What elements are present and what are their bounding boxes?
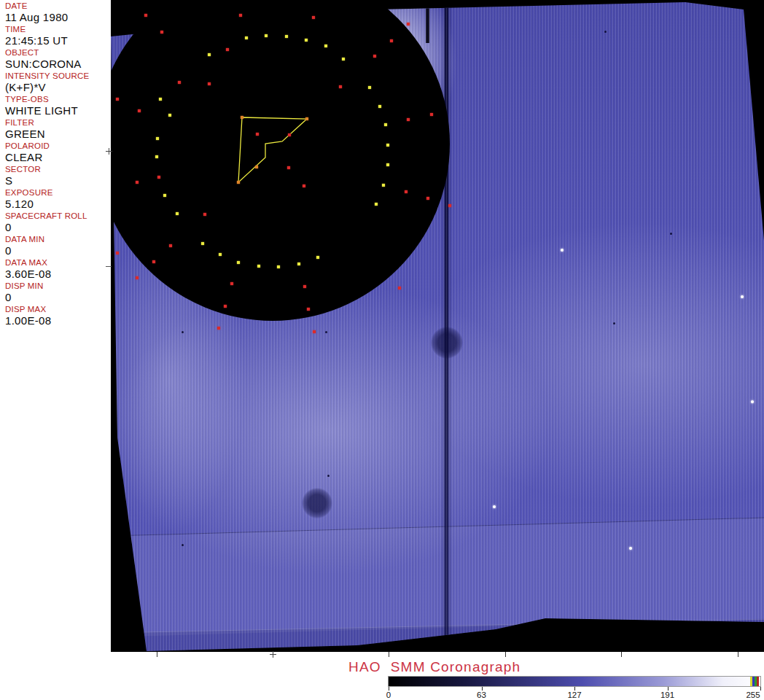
colorbar-tick-label: 0 <box>386 691 391 699</box>
metadata-field: POLAROIDCLEAR <box>0 141 111 165</box>
metadata-label: OBJECT <box>5 48 111 58</box>
bright-speck <box>493 505 496 508</box>
fiducial-dot <box>407 23 410 26</box>
fiducial-dot <box>136 181 139 184</box>
plus-marker <box>341 319 348 325</box>
metadata-field: DISP MIN0 <box>0 281 111 305</box>
plus-marker <box>440 76 447 82</box>
fiducial-dot <box>203 213 206 216</box>
fiducial-dot <box>386 163 389 166</box>
fiducial-dot <box>157 176 160 179</box>
fiducial-dot <box>297 262 300 265</box>
fiducial-dot <box>305 39 308 42</box>
metadata-value: S <box>5 174 111 187</box>
frame-tick <box>270 651 276 658</box>
fiducial-dot <box>178 81 181 84</box>
fiducial-dot <box>230 282 233 285</box>
fiducial-dot <box>277 265 280 268</box>
dark-speck <box>325 331 327 333</box>
frame-tick <box>621 652 622 657</box>
fiducial-dot <box>390 39 393 42</box>
metadata-label: TIME <box>5 25 111 34</box>
dark-speck <box>613 322 615 324</box>
fiducial-dot <box>168 114 171 117</box>
bright-speck <box>751 400 754 403</box>
polygon-vertex-dot <box>255 166 258 168</box>
fiducial-dot <box>224 305 227 308</box>
metadata-field: SPACECRAFT ROLL0 <box>0 211 111 235</box>
metadata-value: 0 <box>5 244 111 257</box>
metadata-field: EXPOSURE5.120 <box>0 188 111 211</box>
fiducial-dot <box>339 85 342 88</box>
fiducial-dot <box>136 276 139 279</box>
frame-tick <box>738 652 738 657</box>
fiducial-dot <box>342 58 345 61</box>
metadata-label: TYPE-OBS <box>5 95 111 104</box>
fiducial-dot <box>303 285 306 288</box>
metadata-value: 3.60E-08 <box>5 268 111 280</box>
metadata-label: DATA MAX <box>5 258 111 268</box>
fiducial-dot <box>237 261 240 264</box>
plus-marker <box>454 170 461 176</box>
fiducial-dot <box>201 242 204 245</box>
bright-speck <box>629 547 632 550</box>
fiducial-dot <box>384 123 387 126</box>
fiducial-dot <box>312 16 315 19</box>
dark-blob <box>302 488 332 518</box>
metadata-field: INTENSITY SOURCE(K+F)*V <box>0 71 111 95</box>
fiducial-dot <box>287 166 290 169</box>
plus-marker <box>185 314 192 321</box>
fiducial-dot <box>176 212 179 215</box>
fiducial-dot <box>368 86 371 89</box>
metadata-field: TIME21:45:15 UT <box>0 25 111 48</box>
fiducial-dot <box>265 34 268 37</box>
metadata-field: DATA MIN0 <box>0 235 111 258</box>
colorbar-end-stripe <box>757 677 759 686</box>
fiducial-dot <box>239 14 242 17</box>
frame-tick <box>106 266 112 267</box>
fiducial-dot <box>138 109 141 112</box>
fiducial-dot <box>378 105 381 108</box>
metadata-label: SECTOR <box>5 165 111 174</box>
frame-tick <box>389 652 389 657</box>
fiducial-dot <box>152 260 155 263</box>
fiducial-marker-layer <box>111 0 764 652</box>
metadata-value: 1.00E-08 <box>5 314 111 327</box>
fiducial-dot <box>156 137 159 140</box>
metadata-value: (K+F)*V <box>5 81 111 93</box>
plus-marker <box>451 106 457 113</box>
bright-speck <box>741 295 744 298</box>
metadata-field: DATE11 Aug 1980 <box>0 1 111 25</box>
metadata-label: FILTER <box>5 118 111 128</box>
footer: HAO SMM Coronagraph 063127191255 <box>0 652 764 700</box>
plus-marker <box>157 296 164 303</box>
metadata-label: SPACECRAFT ROLL <box>5 211 111 221</box>
colorbar-tick <box>760 687 761 691</box>
fiducial-dot <box>324 44 327 47</box>
colorbar-tick-label: 63 <box>477 691 486 699</box>
metadata-label: INTENSITY SOURCE <box>5 71 111 81</box>
metadata-value: SUN:CORONA <box>5 58 111 70</box>
fiducial-dot <box>257 265 260 268</box>
metadata-field: SECTORS <box>0 165 111 188</box>
frame-tick <box>505 652 506 657</box>
colorbar-tick-label: 255 <box>746 691 760 699</box>
fiducial-dot <box>307 308 310 311</box>
dark-speck <box>182 544 184 546</box>
plus-marker <box>278 334 285 341</box>
plus-marker <box>374 1 381 7</box>
dark-speck <box>604 31 607 33</box>
plus-marker <box>455 138 461 144</box>
dark-blob <box>431 327 463 359</box>
fiducial-dot <box>169 244 172 247</box>
fiducial-dot <box>373 55 376 58</box>
fiducial-dot <box>245 36 248 39</box>
polygon-vertex-dot <box>241 116 243 119</box>
fiducial-dot <box>226 48 229 51</box>
fiducial-dot <box>159 98 162 101</box>
frame-tick <box>157 652 157 657</box>
metadata-label: DATE <box>5 1 111 11</box>
plus-marker <box>270 148 276 155</box>
metadata-label: EXPOSURE <box>5 188 111 198</box>
fiducial-dot <box>144 14 147 17</box>
